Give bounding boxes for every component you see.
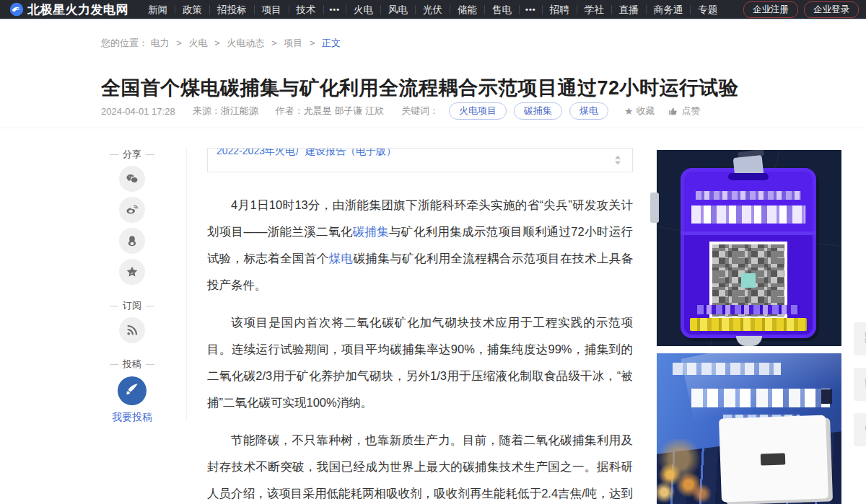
submit-label: 投稿 [106,358,158,371]
enterprise-register-button[interactable]: 企业注册 [743,1,798,18]
breadcrumb: 您的位置： 电力 > 火电 > 火电动态 > 项目 > 正文 [101,37,341,50]
star-icon: ★ [624,105,634,117]
ad1-side-tab [650,193,659,223]
nav-item-projects[interactable]: 项目 [255,5,289,14]
pixelated-text-row [696,191,802,200]
share-qzone-button[interactable] [119,259,145,285]
qzone-star-icon [125,265,139,279]
qr-small-icon [863,330,866,348]
carousel-down-icon[interactable] [615,162,621,165]
wechat-icon [125,172,139,186]
float-phone-button[interactable] [854,413,866,446]
article-paragraph: 4月1日10时13分，由浙能集团旗下浙能科环牵头实施的省“尖兵”研发攻关计划项目… [207,192,633,299]
author: 作者：尤晨昱 邵子谦 江欣 [276,105,384,118]
logo-text: 北极星火力发电网 [27,1,128,18]
article-paragraph: 节能降碳，不只靠种树，也靠新质生产力。目前，随着二氧化碳捕集利用及封存技术不断突… [207,427,633,504]
article-paragraph: 该项目是国内首次将二氧化碳矿化加气砌块技术应用于工程实践的示范项目。连续运行试验… [207,309,633,416]
ad1-background [657,150,841,346]
breadcrumb-link-project[interactable]: 项目 [284,37,302,48]
nav-item-thermal[interactable]: 火电 [346,5,381,14]
nav-item-bidding[interactable]: 招投标 [210,5,255,14]
float-chat-button[interactable] [854,368,866,401]
inverter-product-graphic [719,415,828,502]
publish-date: 2024-04-01 17:28 [101,106,175,117]
breadcrumb-link-thermal[interactable]: 火电 [188,37,207,48]
source-value: 浙江能源 [221,105,258,116]
thumbs-up-icon [668,106,678,117]
page-title: 全国首个煤电碳捕集与矿化利用全流程耦合示范项目通过72小时运行试验 [101,75,866,101]
breadcrumb-prefix: 您的位置： [101,37,148,48]
ad-banner-conference[interactable] [657,150,841,346]
nav-item-policy[interactable]: 政策 [175,5,210,14]
rss-icon [125,323,139,337]
ad-banner-inverter[interactable] [657,353,841,504]
nav-item-more-1[interactable]: ••• [324,5,347,14]
nav-item-topics[interactable]: 专题 [691,5,725,14]
ad1-badge-graphic [681,168,816,338]
nav-item-business[interactable]: 商务通 [647,5,691,14]
nav-item-solar[interactable]: 光伏 [416,5,450,14]
submit-article-button[interactable] [118,376,146,405]
carousel-arrows [615,156,621,165]
inline-link-coal-power[interactable]: 煤电 [329,252,354,265]
favorite-button[interactable]: ★ 收藏 [624,105,655,118]
subscribe-label: 订阅 [106,299,158,312]
breadcrumb-link-thermal-news[interactable]: 火电动态 [227,37,264,48]
inline-link-carbon-capture[interactable]: 碳捕集 [353,225,389,238]
report-carousel[interactable]: 2022-2023年火电厂建设报告（电子版） [207,148,633,172]
share-weibo-button[interactable] [119,197,145,223]
like-button[interactable]: 点赞 [668,105,700,118]
site-logo[interactable]: 北极星火力发电网 [9,1,128,18]
share-qq-button[interactable] [119,228,145,254]
source: 来源：浙江能源 [193,105,258,118]
tag-thermal-project[interactable]: 火电项目 [449,102,507,120]
qq-icon [125,234,139,248]
logo-icon [9,2,24,17]
weibo-icon [125,203,139,217]
pixelated-glyph [821,389,832,404]
nav-item-news[interactable]: 新闻 [141,5,175,14]
enterprise-login-button[interactable]: 企业登录 [804,1,859,18]
nav-actions: 企业注册 企业登录 [743,1,859,18]
main-nav: 新闻 政策 招投标 项目 技术 ••• 火电 风电 光伏 储能 售电 ••• 招… [141,5,725,14]
article-body: 4月1日10时13分，由浙能集团旗下浙能科环牵头实施的省“尖兵”研发攻关计划项目… [207,192,633,504]
inverter-label [761,453,786,465]
badge-divider [681,231,816,235]
article-meta: 2024-04-01 17:28 来源：浙江能源 作者：尤晨昱 邵子谦 江欣 关… [101,102,713,120]
chat-bubble-icon [863,376,866,393]
breadcrumb-link-power[interactable]: 电力 [151,37,170,48]
top-navbar: 北极星火力发电网 新闻 政策 招投标 项目 技术 ••• 火电 风电 光伏 储能… [0,0,866,20]
nav-item-more-2[interactable]: ••• [520,5,543,14]
header-divider [0,128,866,128]
nav-item-live[interactable]: 直播 [612,5,647,14]
nav-item-jobs[interactable]: 招聘 [543,5,577,14]
keyword-tags: 火电项目 碳捕集 煤电 [449,102,608,120]
rss-button[interactable] [119,317,145,343]
float-qr-button[interactable] [854,322,866,355]
share-label: 分享 [106,148,158,161]
badge-slot [728,173,769,180]
pixelated-text-row [673,363,781,375]
nav-item-wind[interactable]: 风电 [381,5,416,14]
article-content: 2022-2023年火电厂建设报告（电子版） 4月1日10时13分，由浙能集团旗… [207,148,633,504]
phone-icon [863,421,866,438]
tag-carbon-capture[interactable]: 碳捕集 [514,102,562,120]
nav-item-power-sale[interactable]: 售电 [485,5,520,14]
submit-article-link[interactable]: 我要投稿 [106,411,158,424]
author-value: 尤晨昱 邵子谦 江欣 [304,105,384,116]
pixelated-yellow-strip [690,318,807,331]
tag-coal-power[interactable]: 煤电 [569,102,608,120]
breadcrumb-current: 正文 [322,37,341,48]
report-link[interactable]: 2022-2023年火电厂建设报告（电子版） [216,148,396,158]
carousel-up-icon[interactable] [615,156,621,159]
rail-divider [186,148,187,420]
nav-item-storage[interactable]: 储能 [450,5,485,14]
share-rail: 分享 订阅 投稿 我要投稿 [106,148,158,424]
share-wechat-button[interactable] [119,166,145,192]
nav-item-tech[interactable]: 技术 [289,5,324,14]
pixelated-text-row [691,205,805,224]
keywords-label: 关键词： [401,105,439,118]
pixelated-text-row [691,389,830,407]
nav-item-academy[interactable]: 学社 [577,5,612,14]
pen-icon [124,381,140,400]
